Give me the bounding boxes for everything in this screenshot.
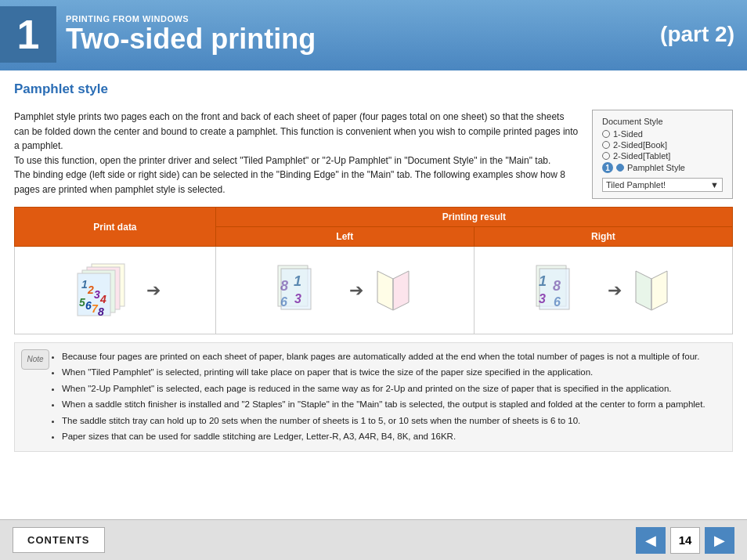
doc-style-option-pamphlet: 1 Pamphlet Style xyxy=(602,162,723,173)
select-value: Tiled Pamphlet! xyxy=(606,180,666,190)
svg-text:6: 6 xyxy=(554,295,561,309)
header-title: Two-sided printing xyxy=(66,23,660,55)
arrow-icon-3: ➔ xyxy=(608,280,622,301)
header: 1 PRINTING FROM WINDOWS Two-sided printi… xyxy=(0,0,747,70)
note-item-6: Paper sizes that can be used for saddle … xyxy=(62,429,723,443)
note-item-5: The saddle stitch tray can hold up to 20… xyxy=(62,414,723,428)
page-wrapper: 1 PRINTING FROM WINDOWS Two-sided printi… xyxy=(0,0,747,560)
radio-2sided-tablet xyxy=(602,152,610,160)
main-content: Pamphlet style Pamphlet style prints two… xyxy=(0,70,747,519)
right-book-svg xyxy=(628,267,671,314)
page-number: 14 xyxy=(670,527,700,554)
doc-style-option-2sided-book: 2-Sided[Book] xyxy=(602,140,723,150)
option-badge: 1 xyxy=(602,162,613,173)
svg-text:1: 1 xyxy=(539,273,547,289)
svg-text:3: 3 xyxy=(539,292,546,305)
svg-marker-19 xyxy=(393,271,409,310)
footer: CONTENTS ◀ 14 ▶ xyxy=(0,519,747,560)
radio-1sided xyxy=(602,130,610,138)
right-result-svg: 1 8 3 6 xyxy=(535,262,601,319)
label-2sided-book: 2-Sided[Book] xyxy=(613,140,667,150)
svg-marker-28 xyxy=(651,271,667,310)
label-pamphlet: Pamphlet Style xyxy=(627,163,685,172)
table-row: 1 2 3 4 5 6 7 8 ➔ xyxy=(15,247,733,334)
note-item-1: Because four pages are printed on each s… xyxy=(62,349,723,363)
svg-text:3: 3 xyxy=(294,292,301,305)
doc-style-box: Document Style 1-Sided 2-Sided[Book] 2-S… xyxy=(592,110,733,199)
header-text: PRINTING FROM WINDOWS Two-sided printing xyxy=(66,14,660,55)
svg-text:8: 8 xyxy=(98,305,104,318)
td-print-data: 1 2 3 4 5 6 7 8 ➔ xyxy=(15,247,216,334)
print-table: Print data Printing result Left Right xyxy=(14,207,733,334)
contents-button[interactable]: CONTENTS xyxy=(13,527,105,553)
svg-text:2: 2 xyxy=(87,284,94,296)
next-button[interactable]: ▶ xyxy=(705,527,734,554)
note-item-3: When "2-Up Pamphlet" is selected, each p… xyxy=(62,381,723,396)
svg-marker-18 xyxy=(377,271,393,310)
svg-text:1: 1 xyxy=(294,273,301,289)
radio-2sided-book xyxy=(602,141,610,149)
left-result-svg: 8 1 6 3 xyxy=(276,262,343,319)
label-2sided-tablet: 2-Sided[Tablet] xyxy=(613,151,670,161)
arrow-icon-1: ➔ xyxy=(146,280,161,301)
th-left: Left xyxy=(215,227,474,247)
intro-area: Pamphlet style prints two pages each on … xyxy=(14,110,733,199)
note-list: Because four pages are printed on each s… xyxy=(54,349,723,443)
td-left: 8 1 6 3 ➔ xyxy=(215,247,474,334)
svg-marker-27 xyxy=(636,271,651,310)
doc-style-option-2sided-tablet: 2-Sided[Tablet] xyxy=(602,151,723,161)
prev-button[interactable]: ◀ xyxy=(636,527,666,554)
doc-style-option-1sided: 1-Sided xyxy=(602,129,723,139)
svg-text:8: 8 xyxy=(553,278,561,294)
radio-pamphlet xyxy=(616,164,624,172)
header-part: (part 2) xyxy=(660,22,734,47)
svg-text:8: 8 xyxy=(280,278,288,294)
note-icon: Note xyxy=(21,349,49,370)
select-arrow-icon: ▼ xyxy=(710,180,719,190)
svg-text:3: 3 xyxy=(94,288,100,301)
label-1sided: 1-Sided xyxy=(613,129,643,139)
th-printing-result: Printing result xyxy=(215,208,732,227)
svg-text:1: 1 xyxy=(81,278,88,291)
footer-nav: ◀ 14 ▶ xyxy=(636,527,734,554)
th-right: Right xyxy=(474,227,732,247)
svg-text:4: 4 xyxy=(99,293,106,305)
section-title: Pamphlet style xyxy=(14,81,733,97)
print-data-diagram: 1 2 3 4 5 6 7 8 ➔ xyxy=(21,251,209,329)
intro-text: Pamphlet style prints two pages each on … xyxy=(14,110,581,197)
note-item-4: When a saddle stitch finisher is install… xyxy=(62,397,723,411)
arrow-icon-2: ➔ xyxy=(349,280,363,301)
right-diagram: 1 8 3 6 ➔ xyxy=(481,253,726,328)
left-book-svg xyxy=(370,267,413,314)
note-item-2: When "Tiled Pamphlet" is selected, print… xyxy=(62,365,723,379)
doc-style-select[interactable]: Tiled Pamphlet! ▼ xyxy=(602,178,723,192)
chapter-number: 1 xyxy=(0,6,56,63)
svg-text:6: 6 xyxy=(280,295,287,309)
svg-text:6: 6 xyxy=(85,299,92,312)
th-print-data: Print data xyxy=(15,208,216,247)
doc-style-title: Document Style xyxy=(602,117,723,126)
svg-text:5: 5 xyxy=(79,296,85,309)
pages-stack-svg: 1 2 3 4 5 6 7 8 xyxy=(70,261,140,320)
note-section: Note Because four pages are printed on e… xyxy=(14,342,733,452)
td-right: 1 8 3 6 ➔ xyxy=(474,247,732,334)
left-diagram: 8 1 6 3 ➔ xyxy=(222,253,467,328)
